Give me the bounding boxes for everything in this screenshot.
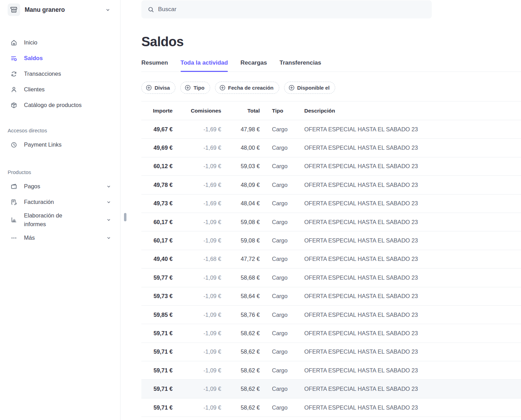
account-switcher[interactable]: Manu granero [8, 3, 110, 17]
chevron-down-icon [105, 7, 110, 13]
cell-descripcion: OFERTA ESPECIAL HASTA EL SABADO 23 [304, 219, 521, 225]
cell-importe: 60,17 € [141, 237, 173, 244]
sidebar-item-saldos[interactable]: Saldos [0, 50, 120, 66]
sidebar-item-facturacion[interactable]: Facturación [0, 194, 120, 210]
table-row[interactable]: 60,17 €-1,09 €59,08 €CargoOFERTA ESPECIA… [141, 213, 521, 231]
table-row[interactable]: 60,12 €-1,09 €59,03 €CargoOFERTA ESPECIA… [141, 157, 521, 176]
product-catalog-icon [10, 102, 17, 109]
filter-chip-label: Fecha de creación [228, 85, 274, 91]
chevron-down-icon [106, 236, 111, 240]
cell-comisiones: -1,09 € [173, 219, 221, 225]
table-row[interactable]: 59,71 €-1,09 €58,62 €CargoOFERTA ESPECIA… [141, 343, 521, 361]
cell-descripcion: OFERTA ESPECIAL HASTA EL SABADO 23 [304, 367, 521, 374]
cell-total: 58,62 € [221, 348, 260, 355]
storefront-icon [8, 3, 20, 16]
cell-descripcion: OFERTA ESPECIAL HASTA EL SABADO 23 [304, 312, 521, 318]
cell-descripcion: OFERTA ESPECIAL HASTA EL SABADO 23 [304, 348, 521, 355]
tab-resumen[interactable]: Resumen [141, 59, 168, 72]
cell-descripcion: OFERTA ESPECIAL HASTA EL SABADO 23 [304, 200, 521, 207]
filter-chip-disponible-el[interactable]: Disponible el [284, 82, 335, 94]
cell-comisiones: -1,69 € [173, 182, 221, 188]
cell-importe: 60,17 € [141, 219, 173, 225]
cell-tipo: Cargo [260, 404, 304, 411]
cell-importe: 49,73 € [141, 200, 173, 207]
cell-descripcion: OFERTA ESPECIAL HASTA EL SABADO 23 [304, 126, 521, 133]
cell-descripcion: OFERTA ESPECIAL HASTA EL SABADO 23 [304, 145, 521, 151]
cell-importe: 59,85 € [141, 312, 173, 318]
ellipsis-icon [10, 234, 17, 241]
cell-total: 58,76 € [221, 312, 260, 318]
cell-total: 59,08 € [221, 237, 260, 244]
column-header-descripcion: Descripción [304, 108, 521, 114]
cell-total: 48,04 € [221, 200, 260, 207]
cell-descripcion: OFERTA ESPECIAL HASTA EL SABADO 23 [304, 182, 521, 188]
cell-tipo: Cargo [260, 126, 304, 133]
account-name: Manu granero [25, 6, 101, 14]
table-row[interactable]: 59,71 €-1,09 €58,62 €CargoOFERTA ESPECIA… [141, 380, 521, 398]
sidebar-item-label: Más [24, 233, 100, 242]
tab-transferencias[interactable]: Transferencias [280, 59, 321, 72]
cell-descripcion: OFERTA ESPECIAL HASTA EL SABADO 23 [304, 256, 521, 262]
cell-importe: 59,71 € [141, 404, 173, 411]
sidebar-item-label: Payment Links [24, 140, 111, 149]
cell-descripcion: OFERTA ESPECIAL HASTA EL SABADO 23 [304, 404, 521, 411]
cell-tipo: Cargo [260, 256, 304, 262]
table-row[interactable]: 59,85 €-1,09 €58,76 €CargoOFERTA ESPECIA… [141, 306, 521, 324]
cell-total: 58,62 € [221, 367, 260, 374]
sidebar-item-label: Elaboración de informes [24, 211, 80, 229]
table-row[interactable]: 59,71 €-1,09 €58,62 €CargoOFERTA ESPECIA… [141, 324, 521, 343]
cell-descripcion: OFERTA ESPECIAL HASTA EL SABADO 23 [304, 237, 521, 244]
table-header: Importe Comisiones Total Tipo Descripció… [141, 101, 521, 120]
cell-descripcion: OFERTA ESPECIAL HASTA EL SABADO 23 [304, 163, 521, 170]
table-row[interactable]: 59,77 €-1,09 €58,68 €CargoOFERTA ESPECIA… [141, 269, 521, 287]
search-input[interactable] [158, 6, 425, 13]
cell-tipo: Cargo [260, 163, 304, 170]
cell-tipo: Cargo [260, 200, 304, 207]
table-row[interactable]: 49,73 €-1,69 €48,04 €CargoOFERTA ESPECIA… [141, 195, 521, 213]
cell-total: 58,62 € [221, 404, 260, 411]
cell-comisiones: -1,09 € [173, 274, 221, 281]
cell-tipo: Cargo [260, 367, 304, 374]
sidebar-item-clientes[interactable]: Clientes [0, 82, 120, 97]
sidebar-item-catalogo[interactable]: Catálogo de productos [0, 97, 120, 113]
cell-comisiones: -1,69 € [173, 126, 221, 133]
balances-icon [10, 55, 17, 62]
cell-importe: 49,67 € [141, 126, 173, 133]
table-row[interactable]: 49,78 €-1,69 €48,09 €CargoOFERTA ESPECIA… [141, 176, 521, 194]
filter-chip-tipo[interactable]: Tipo [180, 82, 210, 94]
table-row[interactable]: 49,69 €-1,69 €48,00 €CargoOFERTA ESPECIA… [141, 139, 521, 157]
cell-importe: 49,78 € [141, 182, 173, 188]
clock-icon [10, 141, 17, 148]
chevron-down-icon [106, 200, 111, 205]
table-row[interactable]: 59,71 €-1,09 €58,62 €CargoOFERTA ESPECIA… [141, 361, 521, 380]
sidebar-item-inicio[interactable]: Inicio [0, 35, 120, 50]
cell-importe: 49,69 € [141, 145, 173, 151]
cell-tipo: Cargo [260, 386, 304, 392]
column-header-tipo: Tipo [260, 108, 304, 114]
tab-toda-la-actividad[interactable]: Toda la actividad [181, 59, 228, 72]
chevron-down-icon [106, 184, 111, 189]
sidebar-item-pagos[interactable]: Pagos [0, 179, 120, 194]
sidebar-item-mas[interactable]: Más [0, 230, 120, 246]
section-title-accesos-directos: Accesos directos [8, 127, 120, 133]
sidebar-item-transacciones[interactable]: Transacciones [0, 66, 120, 82]
cell-importe: 59,73 € [141, 293, 173, 299]
table-row[interactable]: 49,67 €-1,69 €47,98 €CargoOFERTA ESPECIA… [141, 120, 521, 139]
table-row[interactable]: 60,17 €-1,09 €59,08 €CargoOFERTA ESPECIA… [141, 231, 521, 250]
sidebar-item-payment-links[interactable]: Payment Links [0, 137, 120, 153]
table-row[interactable]: 49,40 €-1,68 €47,72 €CargoOFERTA ESPECIA… [141, 250, 521, 269]
filter-chip-divisa[interactable]: Divisa [141, 82, 175, 94]
cell-comisiones: -1,68 € [173, 256, 221, 262]
cell-total: 58,62 € [221, 330, 260, 337]
bar-chart-icon [10, 216, 17, 223]
filter-chip-fecha-de-creacion[interactable]: Fecha de creación [215, 82, 279, 94]
cell-total: 47,72 € [221, 256, 260, 262]
cell-importe: 59,71 € [141, 367, 173, 374]
table-row[interactable]: 59,71 €-1,09 €58,62 €CargoOFERTA ESPECIA… [141, 398, 521, 417]
table-row[interactable]: 59,73 €-1,09 €58,64 €CargoOFERTA ESPECIA… [141, 287, 521, 306]
sidebar-item-informes[interactable]: Elaboración de informes [0, 210, 120, 230]
cell-tipo: Cargo [260, 145, 304, 151]
search-bar[interactable] [141, 0, 432, 18]
tab-recargas[interactable]: Recargas [240, 59, 267, 72]
plus-circle-icon [185, 85, 191, 91]
